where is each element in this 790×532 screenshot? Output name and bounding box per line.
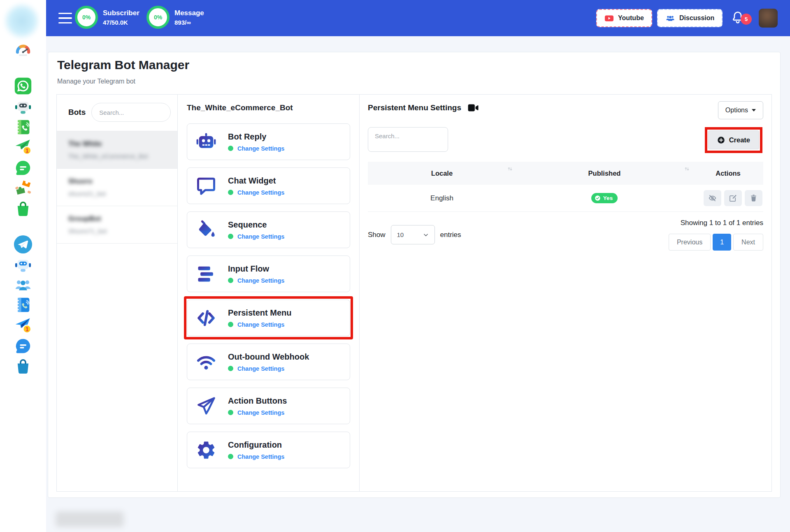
youtube-icon xyxy=(604,14,614,23)
entries-summary: Showing 1 to 1 of 1 entries xyxy=(681,219,763,227)
youtube-button-label: Youtube xyxy=(618,14,644,22)
youtube-button[interactable]: Youtube xyxy=(596,9,652,27)
menu-card-label: Bot Reply xyxy=(228,132,284,142)
telegram-bot-icon[interactable] xyxy=(14,256,32,274)
bot-username: The_White_eCommerce_Bot xyxy=(68,153,166,160)
subscriber-progress-circle: 0% xyxy=(75,6,98,29)
check-circle-icon xyxy=(595,195,601,201)
previous-page-button[interactable]: Previous xyxy=(669,234,711,251)
whatsapp-icon[interactable] xyxy=(14,77,32,95)
hide-button[interactable] xyxy=(704,190,721,206)
bots-panel-title: Bots xyxy=(68,108,86,117)
notification-count-badge: 5 xyxy=(741,14,752,25)
change-settings-link[interactable]: Change Settings xyxy=(228,233,284,240)
sms-chat-green-icon[interactable] xyxy=(14,159,32,177)
bot-list-item-the-white[interactable]: The White The_White_eCommerce_Bot xyxy=(57,131,177,168)
menu-card-label: Configuration xyxy=(228,440,284,450)
telegram-group-icon[interactable] xyxy=(14,276,32,294)
discussion-button[interactable]: Discussion xyxy=(657,9,723,27)
bot-list-item-groupbot[interactable]: GroupBot Shuvro71_bot xyxy=(57,206,177,243)
table-header-row: Locale Published Actions xyxy=(368,162,763,185)
wifi-icon xyxy=(195,351,217,373)
bot-menu-panel: The_White_eCommerce_Bot Bot Reply Change… xyxy=(177,95,359,491)
paper-plane-icon xyxy=(195,395,217,417)
top-header: 0% Subscriber 47/50.0K 0% Message 893/∞ … xyxy=(46,0,790,36)
menu-card-label: Chat Widget xyxy=(228,176,284,186)
options-dropdown-button[interactable]: Options xyxy=(718,101,763,119)
footer-blurred-text xyxy=(56,511,124,527)
locale-cell: English xyxy=(368,194,516,202)
change-settings-link[interactable]: Change Settings xyxy=(228,189,284,196)
options-label: Options xyxy=(725,107,748,114)
contact-book-blue-icon[interactable] xyxy=(14,296,32,314)
ecommerce-bag-blue-icon[interactable] xyxy=(14,357,32,375)
change-settings-link[interactable]: Change Settings xyxy=(228,365,309,372)
menu-card-label: Input Flow xyxy=(228,264,284,274)
menu-toggle-button[interactable] xyxy=(58,13,72,23)
table-row-english: English Yes xyxy=(368,185,763,212)
user-avatar[interactable] xyxy=(759,9,778,28)
list-bars-icon xyxy=(195,263,217,285)
integration-puzzle-icon[interactable] xyxy=(14,179,32,197)
ecommerce-bag-green-icon[interactable] xyxy=(14,200,32,218)
plus-circle-icon xyxy=(717,136,725,144)
persistent-menu-settings-panel: Persistent Menu Settings Options Create xyxy=(359,95,771,491)
page-size-select[interactable]: 10 xyxy=(391,225,435,244)
page-title: Telegram Bot Manager xyxy=(57,58,772,72)
message-label: Message xyxy=(174,9,204,17)
page-size-value: 10 xyxy=(397,231,404,238)
bots-search-input[interactable] xyxy=(91,103,171,122)
notifications-bell[interactable]: 5 xyxy=(730,10,747,26)
menu-card-chat-widget[interactable]: Chat Widget Change Settings xyxy=(187,167,350,204)
next-page-button[interactable]: Next xyxy=(733,234,763,251)
menu-card-input-flow[interactable]: Input Flow Change Settings xyxy=(187,256,350,292)
published-badge: Yes xyxy=(591,193,618,203)
change-settings-link[interactable]: Change Settings xyxy=(228,409,287,416)
sort-icon[interactable] xyxy=(507,166,513,172)
change-settings-link[interactable]: Change Settings xyxy=(228,277,284,284)
create-button-label: Create xyxy=(729,136,750,144)
menu-card-configuration[interactable]: Configuration Change Settings xyxy=(187,432,350,468)
bot-name: The White xyxy=(68,140,166,148)
change-settings-link[interactable]: Change Settings xyxy=(228,453,284,460)
change-settings-link[interactable]: Change Settings xyxy=(228,321,291,328)
message-stat: 0% Message 893/∞ xyxy=(146,6,204,29)
menu-card-bot-reply[interactable]: Bot Reply Change Settings xyxy=(187,123,350,160)
messenger-bot-icon[interactable] xyxy=(14,98,32,116)
status-dot xyxy=(228,278,233,283)
bot-name: Shuvro xyxy=(68,177,166,186)
bot-username: Shuvro71_bot xyxy=(68,228,166,235)
video-camera-icon[interactable] xyxy=(468,103,479,112)
delete-button[interactable] xyxy=(745,190,762,206)
menu-card-outbound-webhook[interactable]: Out-bound Webhook Change Settings xyxy=(187,344,350,380)
settings-search-input[interactable] xyxy=(368,127,448,152)
broadcast-plane-blue-icon[interactable]: 1 xyxy=(14,316,32,334)
create-button[interactable]: Create xyxy=(708,130,759,149)
broadcast-plane-green-icon[interactable]: 1 xyxy=(14,137,32,156)
column-header-published[interactable]: Published xyxy=(516,170,693,177)
contact-book-green-icon[interactable] xyxy=(14,118,32,136)
gear-icon xyxy=(195,439,217,461)
menu-card-sequence[interactable]: Sequence Change Settings xyxy=(187,211,350,248)
main-content-card: Telegram Bot Manager Manage your Telegra… xyxy=(48,52,781,498)
status-dot xyxy=(228,146,233,151)
bots-panel: Bots The White The_White_eCommerce_Bot S… xyxy=(57,95,177,491)
edit-icon xyxy=(729,194,737,202)
settings-panel-title: Persistent Menu Settings xyxy=(368,103,461,112)
dashboard-gauge-icon[interactable] xyxy=(14,42,32,60)
bot-list-item-shuvro[interactable]: Shuvro shuvro21_bot xyxy=(57,168,177,206)
bot-menu-title: The_White_eCommerce_Bot xyxy=(187,103,350,112)
page-1-button[interactable]: 1 xyxy=(713,234,731,251)
change-settings-link[interactable]: Change Settings xyxy=(228,145,284,152)
panels-container: Bots The White The_White_eCommerce_Bot S… xyxy=(56,94,772,492)
show-label: Show xyxy=(368,231,386,239)
chat-blue-icon[interactable] xyxy=(14,337,32,355)
paint-bucket-icon xyxy=(195,219,217,241)
menu-card-label: Persistent Menu xyxy=(228,308,291,318)
menu-card-persistent-menu[interactable]: Persistent Menu Change Settings xyxy=(187,300,350,336)
edit-button[interactable] xyxy=(724,190,742,206)
column-header-locale[interactable]: Locale xyxy=(368,170,516,177)
menu-card-action-buttons[interactable]: Action Buttons Change Settings xyxy=(187,388,350,424)
sort-icon[interactable] xyxy=(684,166,690,172)
telegram-icon[interactable] xyxy=(13,234,33,255)
